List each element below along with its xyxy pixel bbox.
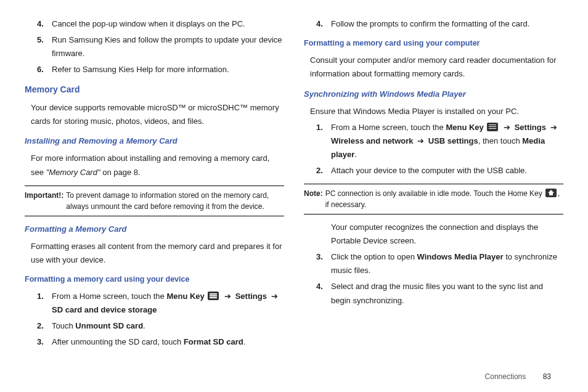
wireless-label: Wireless and network bbox=[331, 136, 414, 145]
menu-key-label: Menu Key bbox=[166, 292, 204, 301]
text: . bbox=[243, 337, 246, 346]
list-item: 2. Attach your device to the computer wi… bbox=[316, 164, 563, 178]
format-sd-label: Format SD card bbox=[184, 337, 243, 346]
list-text: Follow the prompts to confirm the format… bbox=[331, 17, 563, 31]
heading-sync-wmp: Synchronizing with Windows Media Player bbox=[304, 88, 563, 101]
list-number: 4. bbox=[37, 17, 52, 31]
important-label: Important!: bbox=[25, 190, 63, 212]
list-number: 4. bbox=[316, 280, 331, 307]
text: PC connection is only available in idle … bbox=[325, 189, 544, 198]
list-item: 5. Run Samsung Kies and follow the promp… bbox=[37, 33, 284, 60]
list-number: 1. bbox=[316, 121, 331, 161]
text: From a Home screen, touch the bbox=[52, 292, 166, 301]
important-box: Important!: To prevent damage to informa… bbox=[25, 186, 284, 216]
heading-formatting: Formatting a Memory Card bbox=[25, 223, 284, 236]
page-number: 83 bbox=[543, 372, 551, 381]
list-item: 2. Touch Unmount SD card. bbox=[37, 319, 284, 333]
text: , then touch bbox=[478, 136, 523, 145]
settings-label: Settings bbox=[515, 123, 546, 132]
arrow-icon: ➔ bbox=[504, 123, 510, 132]
left-column: 4. Cancel the pop-up window when it disp… bbox=[25, 15, 284, 386]
text: Click the option to open bbox=[331, 252, 417, 261]
text: Touch bbox=[52, 321, 75, 330]
page-footer: Connections 83 bbox=[485, 372, 551, 381]
heading-format-device: Formatting a memory card using your devi… bbox=[25, 273, 284, 286]
unmount-label: Unmount SD card bbox=[75, 321, 143, 330]
list-number: 3. bbox=[316, 250, 331, 277]
important-text: To prevent damage to information stored … bbox=[66, 190, 284, 212]
list-text: Select and drag the music files you want… bbox=[331, 280, 563, 307]
list-item: 3. Click the option to open Windows Medi… bbox=[316, 250, 563, 277]
list-number: 5. bbox=[37, 33, 52, 60]
reference: "Memory Card" bbox=[46, 168, 100, 177]
note-text: PC connection is only available in idle … bbox=[325, 188, 563, 210]
text: . bbox=[354, 150, 357, 159]
arrow-icon: ➔ bbox=[550, 123, 557, 132]
heading-install-remove: Installing and Removing a Memory Card bbox=[25, 134, 284, 148]
list-number: 4. bbox=[316, 17, 331, 31]
list-item: 4. Follow the prompts to confirm the for… bbox=[316, 17, 563, 31]
text: After unmounting the SD card, touch bbox=[52, 337, 184, 346]
list-text: After unmounting the SD card, touch Form… bbox=[52, 335, 284, 349]
list-text: Attach your device to the computer with … bbox=[331, 164, 563, 178]
list-item: 4. Cancel the pop-up window when it disp… bbox=[37, 17, 284, 31]
list-text: Click the option to open Windows Media P… bbox=[331, 250, 563, 277]
list-number: 2. bbox=[316, 164, 331, 178]
sd-storage-label: SD card and device storage bbox=[52, 305, 157, 314]
list-item: 6. Refer to Samsung Kies Help for more i… bbox=[37, 63, 284, 76]
text: From a Home screen, touch the bbox=[331, 123, 446, 132]
list-item: 1. From a Home screen, touch the Menu Ke… bbox=[316, 121, 563, 161]
list-number: 2. bbox=[37, 319, 52, 333]
text: . bbox=[143, 321, 145, 330]
list-number: 6. bbox=[37, 63, 52, 76]
text: on page 8. bbox=[100, 168, 141, 177]
menu-key-icon bbox=[208, 292, 219, 300]
paragraph: Formatting erases all content from the m… bbox=[31, 240, 284, 267]
list-text: Refer to Samsung Kies Help for more info… bbox=[52, 63, 284, 76]
list-item: 3. After unmounting the SD card, touch F… bbox=[37, 335, 284, 349]
list-text: Cancel the pop-up window when it display… bbox=[52, 17, 284, 31]
heading-format-computer: Formatting a memory card using your comp… bbox=[304, 37, 563, 50]
arrow-icon: ➔ bbox=[271, 292, 278, 301]
page: 4. Cancel the pop-up window when it disp… bbox=[0, 0, 588, 392]
list-text: Touch Unmount SD card. bbox=[52, 319, 284, 333]
menu-key-label: Menu Key bbox=[446, 123, 483, 132]
paragraph: Your computer recognizes the connection … bbox=[331, 221, 563, 248]
note-label: Note: bbox=[304, 188, 323, 210]
paragraph: For more information about installing an… bbox=[31, 152, 284, 179]
section-name: Connections bbox=[485, 372, 526, 381]
arrow-icon: ➔ bbox=[417, 136, 424, 145]
settings-label: Settings bbox=[235, 292, 267, 301]
list-text: From a Home screen, touch the Menu Key ➔… bbox=[52, 290, 284, 317]
list-text: Run Samsung Kies and follow the prompts … bbox=[52, 33, 284, 60]
list-number: 1. bbox=[37, 290, 52, 317]
list-number: 3. bbox=[37, 335, 52, 349]
paragraph: Your device supports removable microSD™ … bbox=[31, 101, 284, 128]
list-text: From a Home screen, touch the Menu Key ➔… bbox=[331, 121, 563, 161]
paragraph: Consult your computer and/or memory card… bbox=[310, 54, 563, 81]
usb-settings-label: USB settings bbox=[428, 136, 478, 145]
note-box: Note: PC connection is only available in… bbox=[304, 184, 563, 214]
arrow-icon: ➔ bbox=[224, 292, 231, 301]
list-item: 1. From a Home screen, touch the Menu Ke… bbox=[37, 290, 284, 317]
menu-key-icon bbox=[487, 123, 498, 131]
list-item: 4. Select and drag the music files you w… bbox=[316, 280, 563, 307]
paragraph: Ensure that Windows Media Player is inst… bbox=[310, 105, 563, 118]
right-column: 4. Follow the prompts to confirm the for… bbox=[304, 15, 563, 386]
home-key-icon bbox=[545, 189, 557, 197]
heading-memory-card: Memory Card bbox=[25, 83, 284, 97]
wmp-label: Windows Media Player bbox=[417, 252, 503, 261]
